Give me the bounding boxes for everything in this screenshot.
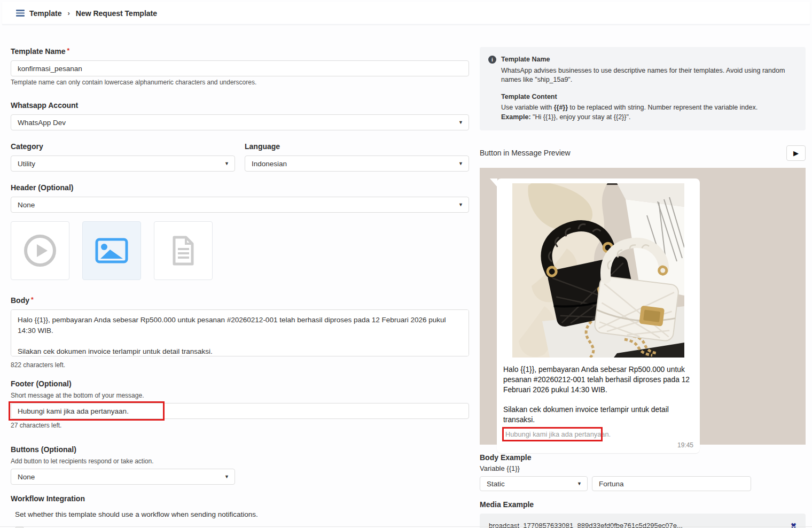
variable-value-input[interactable] <box>592 476 751 491</box>
chat-bubble: Halo {{1}}, pembayaran Anda sebesar Rp50… <box>497 178 700 453</box>
breadcrumb-section[interactable]: Template <box>29 9 61 18</box>
chevron-down-icon: ▼ <box>224 161 229 166</box>
template-name-helper: Template name can only contain lowercase… <box>11 79 469 86</box>
body-textarea[interactable]: Halo {{1}}, pembayaran Anda sebesar Rp50… <box>11 309 469 356</box>
preview-body-paragraph: Halo {{1}}, pembayaran Anda sebesar Rp50… <box>503 364 693 395</box>
preview-message-time: 19:45 <box>502 441 694 449</box>
preview-footer-wrap: Hubungi kami jika ada pertanyaan. <box>503 429 693 440</box>
chevron-right-icon: › <box>67 9 69 17</box>
whatsapp-account-select[interactable]: WhatsApp Dev ▼ <box>11 114 469 130</box>
header-select[interactable]: None ▼ <box>11 197 469 213</box>
template-name-label: Template Name* <box>11 47 469 56</box>
preview-body-paragraph: Silakan cek dokumen invoice terlampir un… <box>503 405 693 425</box>
remove-media-icon[interactable]: ✖ <box>791 522 797 528</box>
buttons-helper: Add button to let recipients respond or … <box>11 457 469 465</box>
info-template-name-text: WhatsApp advises businesses to use descr… <box>501 66 796 85</box>
header-media-type-row <box>11 221 469 280</box>
body-label: Body* <box>11 296 469 305</box>
chevron-down-icon: ▼ <box>458 202 463 207</box>
preview-product-image <box>512 183 684 358</box>
preview-message-body: Halo {{1}}, pembayaran Anda sebesar Rp50… <box>503 364 693 425</box>
buttons-select[interactable]: None ▼ <box>11 469 235 485</box>
preview-panel: i Template Name WhatsApp advises busines… <box>480 47 806 528</box>
info-template-name-title: Template Name <box>501 55 796 65</box>
footer-chars-left: 27 characters left. <box>11 422 469 429</box>
buttons-label: Buttons (Optional) <box>11 445 469 454</box>
play-preview-button[interactable]: ▶ <box>786 145 806 161</box>
media-filename: broadcast_1770857633081_889d33efd0fbe761… <box>489 522 683 528</box>
new-request-template-page: Template › New Request Template Template… <box>0 0 812 528</box>
chevron-down-icon: ▼ <box>458 120 463 125</box>
required-asterisk: * <box>31 296 34 304</box>
media-example-title: Media Example <box>480 500 806 509</box>
workflow-helper: Set whether this template should use a w… <box>15 510 469 518</box>
variable-type-select[interactable]: Static ▼ <box>480 476 588 491</box>
page-title: New Request Template <box>76 9 157 18</box>
body-chars-left: 822 characters left. <box>11 361 469 369</box>
category-select[interactable]: Utility ▼ <box>11 156 235 172</box>
chevron-down-icon: ▼ <box>577 481 582 486</box>
preview-footer-text: Hubungi kami jika ada pertanyaan. <box>503 429 693 440</box>
info-example-text: Example: "Hi {{1}}, enjoy your stay at {… <box>501 113 796 122</box>
document-icon <box>170 235 197 266</box>
chevron-down-icon: ▼ <box>458 161 463 166</box>
template-form: Template Name* Template name can only co… <box>11 47 469 528</box>
footer-label: Footer (Optional) <box>11 379 469 388</box>
preview-title: Button in Message Preview <box>480 149 571 157</box>
play-icon: ▶ <box>793 149 799 157</box>
required-asterisk: * <box>67 47 69 55</box>
body-example-title: Body Example <box>480 453 806 462</box>
chevron-down-icon: ▼ <box>224 474 229 479</box>
bottom-divider <box>0 526 812 527</box>
message-preview-area: Halo {{1}}, pembayaran Anda sebesar Rp50… <box>480 168 806 445</box>
workflow-integration-label: Workflow Integration <box>11 494 469 503</box>
media-file-box: broadcast_1770857633081_889d33efd0fbe761… <box>480 514 806 528</box>
info-icon: i <box>488 56 496 64</box>
category-label: Category <box>11 142 235 151</box>
play-circle-icon <box>22 233 58 268</box>
media-type-image-button[interactable] <box>82 221 141 280</box>
media-type-video-button[interactable] <box>11 221 69 280</box>
language-select[interactable]: Indonesian ▼ <box>245 156 469 172</box>
footer-input[interactable] <box>11 403 469 419</box>
image-icon <box>95 238 128 263</box>
variable-label: Variable {{1}} <box>480 464 806 472</box>
breadcrumb: Template › New Request Template <box>2 2 810 25</box>
bubble-tail <box>490 178 497 187</box>
info-template-content-title: Template Content <box>501 92 796 102</box>
language-label: Language <box>245 142 469 151</box>
whatsapp-account-label: Whatsapp Account <box>11 101 469 110</box>
footer-helper: Short message at the bottom of your mess… <box>11 392 469 399</box>
menu-icon[interactable] <box>16 10 25 17</box>
info-box: i Template Name WhatsApp advises busines… <box>480 47 806 130</box>
header-label: Header (Optional) <box>11 183 469 192</box>
info-template-content-text: Use variable with {{#}} to be replaced w… <box>501 103 796 113</box>
media-type-document-button[interactable] <box>154 221 213 280</box>
template-name-input[interactable] <box>11 60 469 76</box>
